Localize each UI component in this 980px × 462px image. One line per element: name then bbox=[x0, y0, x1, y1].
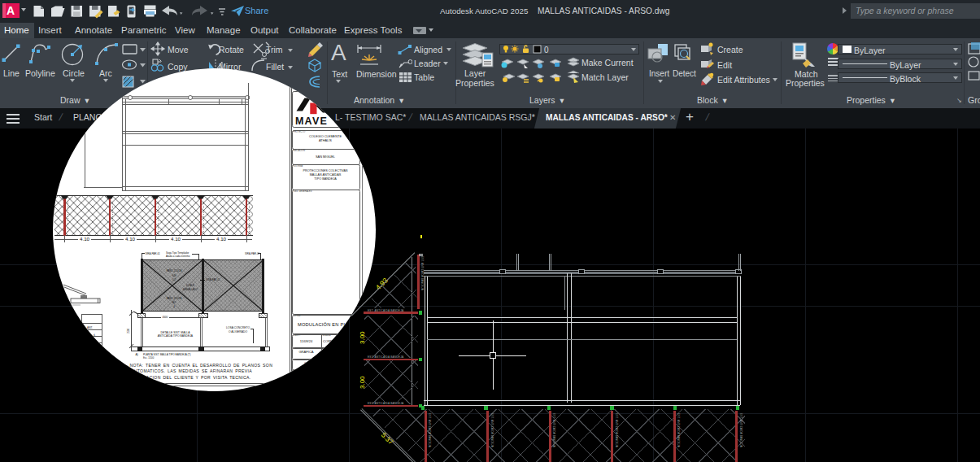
svg-text:MAVE: MAVE bbox=[295, 116, 328, 127]
